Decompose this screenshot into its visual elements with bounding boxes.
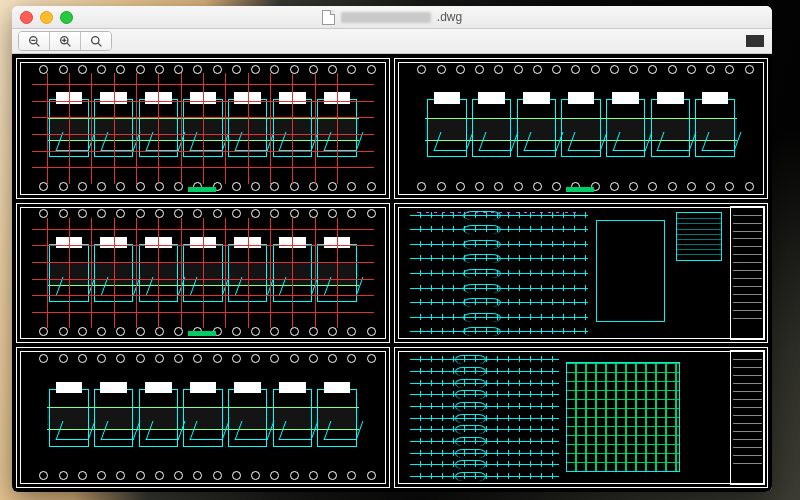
sheet-1[interactable] [16, 58, 390, 199]
zoom-in-icon [59, 35, 72, 48]
titlebar[interactable]: .dwg [12, 6, 772, 29]
sheet-4[interactable] [394, 203, 768, 344]
window-title: .dwg [12, 10, 772, 25]
plan-geometry [47, 382, 360, 454]
close-button[interactable] [20, 11, 33, 24]
drawing-title-tag [188, 331, 216, 336]
svg-line-8 [98, 43, 101, 46]
filename-redacted [341, 12, 431, 23]
drawing-canvas[interactable] [12, 54, 772, 492]
riser-diagram [410, 215, 589, 331]
zoom-in-button[interactable] [49, 32, 80, 50]
column-grid-top [39, 354, 366, 364]
column-grid-bottom [39, 471, 366, 481]
document-icon [322, 10, 335, 25]
column-grid-top [417, 65, 744, 75]
zoom-fit-icon [90, 35, 103, 48]
drawing-title-tag [566, 187, 594, 192]
zoom-fit-button[interactable] [80, 32, 111, 50]
riser-diagram [410, 359, 559, 475]
svg-line-1 [36, 43, 39, 46]
title-block [730, 206, 765, 341]
sheet-2[interactable] [394, 58, 768, 199]
equipment-array [566, 362, 680, 472]
drawing-title-tag [188, 187, 216, 192]
toolbar-right-indicator [746, 35, 764, 47]
viewer-window: .dwg [12, 6, 772, 492]
riser-column-2 [596, 220, 665, 322]
sheet-6[interactable] [394, 347, 768, 488]
zoom-out-icon [28, 35, 41, 48]
window-controls [20, 11, 73, 24]
svg-line-4 [67, 43, 70, 46]
svg-point-7 [91, 36, 98, 43]
file-extension: .dwg [437, 10, 462, 24]
title-block [730, 350, 765, 485]
fullscreen-button[interactable] [60, 11, 73, 24]
plan-geometry [425, 92, 738, 164]
sheet-3[interactable] [16, 203, 390, 344]
toolbar [12, 29, 772, 54]
schedule-table [676, 212, 723, 261]
minimize-button[interactable] [40, 11, 53, 24]
sheet-5[interactable] [16, 347, 390, 488]
zoom-out-button[interactable] [19, 32, 49, 50]
zoom-segmented-control [18, 31, 112, 51]
